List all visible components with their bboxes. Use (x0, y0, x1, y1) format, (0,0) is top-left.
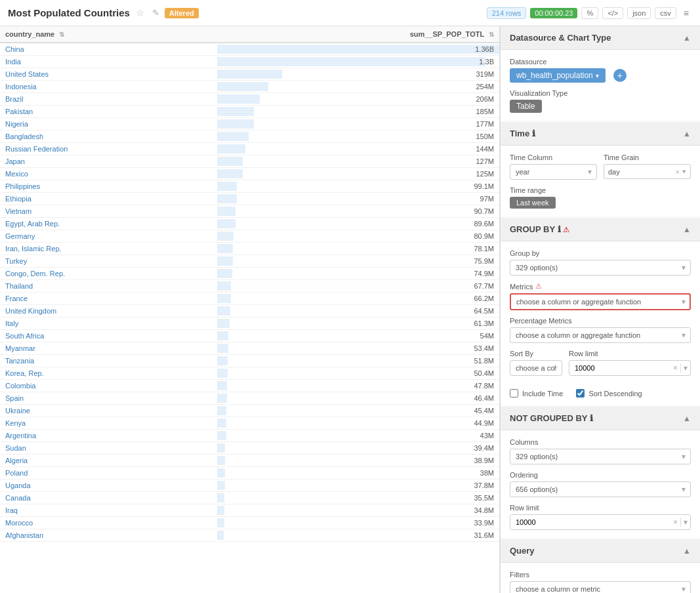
bar-indicator (217, 493, 224, 502)
sort-by-select[interactable]: choose a column or .. (510, 360, 562, 376)
table-panel: country_name ⇅ sum__SP_POP_TOTL ⇅ China1… (0, 26, 500, 593)
add-datasource-btn[interactable]: + (613, 69, 627, 82)
top-bar-left: Most Populated Countries ☆ ✎ Altered (8, 7, 199, 19)
table-row: Korea, Rep.50.4M (0, 367, 499, 380)
value-text: 45.4M (474, 407, 494, 415)
table-row: Japan127M (0, 155, 499, 168)
top-bar: Most Populated Countries ☆ ✎ Altered 214… (0, 0, 700, 26)
datasource-badge[interactable]: wb_health_population ▾ (510, 68, 606, 83)
time-range-label: Time range (510, 186, 691, 194)
value-text: 31.6M (474, 531, 494, 539)
filters-select[interactable]: choose a column or metric (510, 581, 691, 593)
value-cell: 47.8M (217, 380, 499, 392)
col-country-header[interactable]: country_name ⇅ (0, 26, 217, 43)
sort-by-select-wrapper: choose a column or .. (510, 360, 562, 376)
table-row: Egypt, Arab Rep.89.6M (0, 218, 499, 230)
time-column-select[interactable]: year (510, 164, 597, 180)
not-grouped-section-header[interactable]: NOT GROUPED BY ℹ ▲ (501, 407, 700, 430)
table-row: Mexico125M (0, 168, 499, 180)
columns-select[interactable]: 329 option(s) (510, 449, 691, 464)
group-by-select-wrapper: 329 option(s) (510, 260, 691, 276)
table-row: Iraq34.8M (0, 504, 499, 517)
row-limit2-label: Row limit (510, 504, 691, 512)
json-btn[interactable]: json (627, 7, 651, 19)
country-cell: Nigeria (0, 118, 217, 131)
table-row: United States319M (0, 68, 499, 81)
time-grain-clear-icon[interactable]: × (676, 168, 680, 176)
value-cell: 43M (217, 430, 499, 442)
metrics-select[interactable]: choose a column or aggregate function (510, 293, 691, 310)
value-text: 33.9M (474, 519, 494, 527)
sort-icon-value: ⇅ (489, 31, 494, 38)
query-section-header[interactable]: Query ▲ (501, 539, 700, 563)
include-time-row[interactable]: Include Time (510, 389, 563, 398)
col-value-header[interactable]: sum__SP_POP_TOTL ⇅ (217, 26, 499, 43)
row-limit2-input[interactable] (510, 515, 670, 529)
row-limit-input[interactable] (569, 361, 670, 375)
row-limit-clear-icon[interactable]: × (670, 363, 680, 373)
datasource-section-header[interactable]: Datasource & Chart Type ▲ (501, 26, 700, 50)
sort-descending-row[interactable]: Sort Descending (576, 389, 642, 398)
table-row: Thailand67.7M (0, 280, 499, 293)
table-row: France66.2M (0, 293, 499, 305)
bar-indicator (217, 356, 228, 365)
csv-btn[interactable]: csv (655, 7, 676, 19)
table-row: Turkey75.9M (0, 255, 499, 268)
group-by-section-header[interactable]: GROUP BY ℹ ⚠ ▲ (501, 218, 700, 241)
sort-by-label: Sort By (510, 350, 562, 358)
percent-btn[interactable]: % (581, 7, 598, 19)
not-grouped-section-title: NOT GROUPED BY ℹ (510, 413, 593, 423)
table-row: Nigeria177M (0, 118, 499, 131)
country-cell: China (0, 43, 217, 56)
value-cell: 185M (217, 106, 499, 118)
country-cell: Iraq (0, 504, 217, 517)
value-text: 74.9M (474, 270, 494, 277)
table-row: Myanmar53.4M (0, 342, 499, 355)
menu-icon[interactable]: ≡ (680, 7, 692, 20)
edit-icon[interactable]: ✎ (150, 7, 162, 19)
value-cell: 54M (217, 330, 499, 342)
sort-icon-country: ⇅ (59, 31, 64, 38)
config-panel: Datasource & Chart Type ▲ Datasource wb_… (500, 26, 700, 593)
pct-metrics-select-wrapper: choose a column or aggregate function (510, 327, 691, 343)
group-by-section-title: GROUP BY ℹ ⚠ (510, 224, 569, 234)
value-cell: 78.1M (217, 243, 499, 255)
time-section-header[interactable]: Time ℹ ▲ (501, 122, 700, 146)
value-cell: 80.9M (217, 230, 499, 243)
value-text: 125M (476, 170, 494, 178)
bar-indicator (217, 294, 230, 303)
time-range-btn[interactable]: Last week (510, 197, 556, 209)
table-row: Germany80.9M (0, 230, 499, 243)
pct-metrics-select[interactable]: choose a column or aggregate function (510, 327, 691, 343)
value-text: 1.3B (479, 58, 494, 66)
value-cell: 99.1M (217, 180, 499, 193)
value-cell: 1.36B (217, 43, 499, 56)
bar-indicator (217, 157, 243, 166)
code-btn[interactable]: </> (602, 7, 623, 19)
value-text: 34.8M (474, 506, 494, 514)
groupby-error-icon: ⚠ (563, 226, 569, 234)
value-text: 50.4M (474, 369, 494, 377)
value-text: 144M (476, 145, 494, 153)
bar-indicator (217, 107, 254, 116)
country-cell: Canada (0, 492, 217, 504)
table-row: United Kingdom64.5M (0, 305, 499, 317)
bar-indicator (217, 132, 248, 141)
include-time-checkbox[interactable] (510, 389, 518, 398)
row-limit-caret-icon[interactable]: ▾ (680, 363, 690, 373)
metrics-error-icon: ⚠ (535, 282, 542, 291)
group-by-select[interactable]: 329 option(s) (510, 260, 691, 276)
row-limit2-caret-icon[interactable]: ▾ (680, 518, 690, 527)
bar-indicator (217, 306, 230, 316)
ordering-select[interactable]: 656 option(s) (510, 481, 691, 497)
table-row: India1.3B (0, 56, 499, 68)
filters-select-wrapper: choose a column or metric (510, 581, 691, 593)
star-icon[interactable]: ☆ (134, 7, 147, 19)
time-grain-caret-icon[interactable]: ▾ (682, 167, 686, 176)
bar-indicator (217, 319, 230, 328)
bar-indicator (217, 244, 233, 253)
sort-descending-checkbox[interactable] (576, 389, 585, 398)
row-limit2-clear-icon[interactable]: × (670, 518, 680, 527)
value-text: 1.36B (475, 45, 494, 53)
country-cell: Afghanistan (0, 529, 217, 542)
